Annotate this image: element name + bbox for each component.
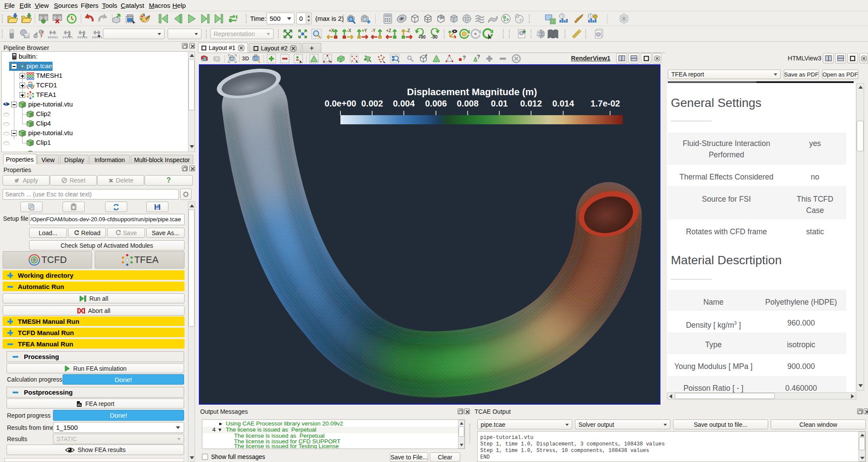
svg-text:0.002: 0.002 (361, 99, 383, 108)
svg-text:0.01: 0.01 (491, 99, 508, 108)
svg-text:+X: +X (329, 28, 334, 33)
svg-text:-Y: -Y (371, 28, 376, 33)
svg-text:c: c (68, 33, 71, 38)
svg-text:-Z: -Z (406, 28, 410, 33)
svg-text:0.012: 0.012 (520, 99, 542, 108)
svg-text:?: ? (462, 54, 466, 61)
svg-text:0.008: 0.008 (457, 99, 479, 108)
svg-text:0.014: 0.014 (552, 99, 574, 108)
svg-text:2: 2 (42, 30, 44, 34)
svg-text:-X: -X (347, 28, 351, 33)
svg-text:+Z: +Z (386, 28, 391, 33)
svg-text:+90: +90 (418, 35, 426, 40)
svg-text:0.006: 0.006 (425, 99, 447, 108)
svg-text:t: t (83, 33, 85, 38)
svg-text:-90: -90 (431, 35, 438, 40)
svg-text:?: ? (40, 34, 43, 39)
svg-text:+Y: +Y (362, 28, 367, 33)
svg-text:0.004: 0.004 (393, 99, 415, 108)
svg-text:Displacement Magnitude (m): Displacement Magnitude (m) (407, 86, 537, 97)
svg-text:1.7e-02: 1.7e-02 (591, 99, 620, 108)
svg-text:?: ? (477, 53, 480, 60)
svg-text:0.0e+00: 0.0e+00 (325, 99, 356, 108)
